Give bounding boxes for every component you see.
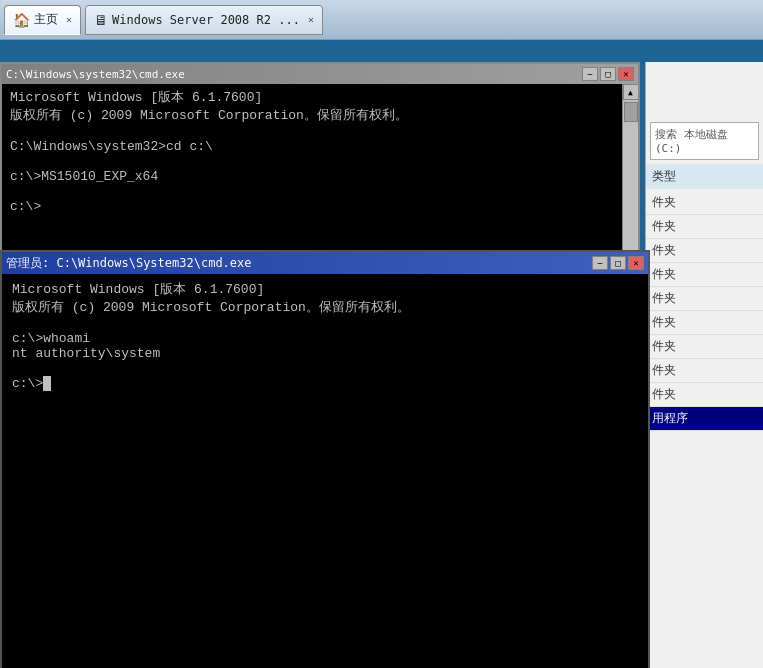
cmd-1-body: Microsoft Windows [版本 6.1.7600] 版权所有 (c)… <box>2 84 638 260</box>
tab-server[interactable]: 🖥 Windows Server 2008 R2 ... ✕ <box>85 5 323 35</box>
list-item[interactable]: 件夹 <box>646 287 763 311</box>
cmd-2-line-6 <box>12 361 638 376</box>
type-list: 件夹 件夹 件夹 件夹 件夹 件夹 件夹 件夹 件夹 用程序 <box>646 191 763 431</box>
cmd-2-line-7: c:\> <box>12 376 638 391</box>
cmd-1-minimize[interactable]: − <box>582 67 598 81</box>
list-item[interactable]: 件夹 <box>646 191 763 215</box>
cmd-1-scroll-up[interactable]: ▲ <box>623 84 639 100</box>
cmd-2-minimize[interactable]: − <box>592 256 608 270</box>
list-item[interactable]: 件夹 <box>646 215 763 239</box>
list-item[interactable]: 件夹 <box>646 239 763 263</box>
cmd-1-scrollbar[interactable]: ▲ <box>622 84 638 260</box>
search-box[interactable]: 搜索 本地磁盘 (C:) <box>650 122 759 160</box>
cmd-2-title: 管理员: C:\Windows\System32\cmd.exe <box>6 255 252 272</box>
tab-home[interactable]: 🏠 主页 ✕ <box>4 5 81 35</box>
cmd-1-line-5 <box>10 154 614 169</box>
cmd-1-line-2: 版权所有 (c) 2009 Microsoft Corporation。保留所有… <box>10 106 614 124</box>
tab-home-close[interactable]: ✕ <box>66 14 72 25</box>
cmd-titlebar-1[interactable]: C:\Windows\system32\cmd.exe − □ ✕ <box>2 64 638 84</box>
cmd-1-controls: − □ ✕ <box>582 67 634 81</box>
cmd-1-line-7 <box>10 184 614 199</box>
list-item[interactable]: 件夹 <box>646 335 763 359</box>
cmd-2-line-3 <box>12 316 638 331</box>
cmd-1-restore[interactable]: □ <box>600 67 616 81</box>
cmd-2-line-5: nt authority\system <box>12 346 638 361</box>
cmd-1-close[interactable]: ✕ <box>618 67 634 81</box>
cmd-1-line-8: c:\> <box>10 199 614 214</box>
type-label: 类型 <box>646 164 763 189</box>
cmd-2-line-2: 版权所有 (c) 2009 Microsoft Corporation。保留所有… <box>12 298 638 316</box>
cmd-1-line-3 <box>10 124 614 139</box>
taskbar: 🏠 主页 ✕ 🖥 Windows Server 2008 R2 ... ✕ <box>0 0 763 40</box>
cmd-1-title: C:\Windows\system32\cmd.exe <box>6 68 185 81</box>
cmd-1-line-4: C:\Windows\system32>cd c:\ <box>10 139 614 154</box>
list-item[interactable]: 件夹 <box>646 359 763 383</box>
tab-server-label: Windows Server 2008 R2 ... <box>112 13 300 27</box>
tab-server-close[interactable]: ✕ <box>308 14 314 25</box>
list-item[interactable]: 件夹 <box>646 263 763 287</box>
cmd-window-1: C:\Windows\system32\cmd.exe − □ ✕ Micros… <box>0 62 640 262</box>
cmd-2-line-1: Microsoft Windows [版本 6.1.7600] <box>12 280 638 298</box>
cmd-1-content[interactable]: Microsoft Windows [版本 6.1.7600] 版权所有 (c)… <box>2 84 622 260</box>
right-panel: 搜索 本地磁盘 (C:) 类型 件夹 件夹 件夹 件夹 件夹 件夹 件夹 件夹 … <box>645 62 763 668</box>
cmd-2-content[interactable]: Microsoft Windows [版本 6.1.7600] 版权所有 (c)… <box>2 274 648 668</box>
list-item[interactable]: 件夹 <box>646 383 763 407</box>
list-item[interactable]: 件夹 <box>646 311 763 335</box>
main-area: 搜索 本地磁盘 (C:) 类型 件夹 件夹 件夹 件夹 件夹 件夹 件夹 件夹 … <box>0 40 763 668</box>
search-label: 搜索 本地磁盘 (C:) <box>655 127 754 155</box>
cmd-1-scroll-thumb[interactable] <box>624 102 638 122</box>
cmd-2-body: Microsoft Windows [版本 6.1.7600] 版权所有 (c)… <box>2 274 648 668</box>
cmd-titlebar-2[interactable]: 管理员: C:\Windows\System32\cmd.exe − □ ✕ <box>2 252 648 274</box>
cmd-2-line-4: c:\>whoami <box>12 331 638 346</box>
tab-home-label: 主页 <box>34 11 58 28</box>
cmd-2-controls: − □ ✕ <box>592 256 644 270</box>
cmd-window-2: 管理员: C:\Windows\System32\cmd.exe − □ ✕ M… <box>0 250 650 668</box>
list-item-highlighted[interactable]: 用程序 <box>646 407 763 431</box>
cmd-1-line-6: c:\>MS15010_EXP_x64 <box>10 169 614 184</box>
cmd-2-close[interactable]: ✕ <box>628 256 644 270</box>
cmd-1-line-1: Microsoft Windows [版本 6.1.7600] <box>10 88 614 106</box>
server-icon: 🖥 <box>94 12 108 28</box>
cmd-2-restore[interactable]: □ <box>610 256 626 270</box>
home-icon: 🏠 <box>13 12 30 28</box>
